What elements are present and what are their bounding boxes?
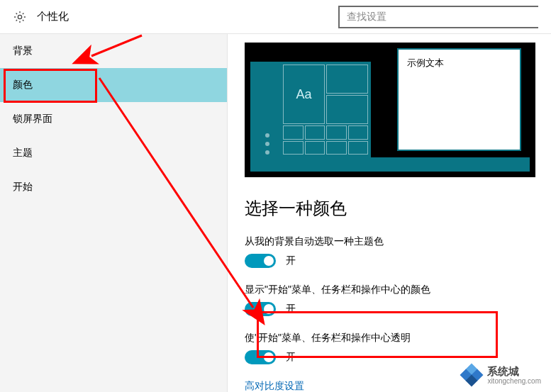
sidebar-item-label: 锁屏界面 (13, 113, 52, 125)
toggle-auto-accent[interactable] (245, 254, 276, 268)
main: 背景 颜色 锁屏界面 主题 开始 Aa 示例文本 (0, 34, 551, 392)
toggle-state-text: 开 (286, 303, 296, 315)
preview-window-text: 示例文本 (407, 57, 444, 68)
sidebar-item-label: 背景 (13, 45, 33, 57)
section-title: 选择一种颜色 (245, 197, 551, 220)
sidebar-item-background[interactable]: 背景 (0, 34, 227, 68)
content: Aa 示例文本 选择一种颜色 从我的背景自动选取一种主题色 开 显示"开始"菜单… (228, 34, 551, 392)
search-placeholder: 查找设置 (347, 11, 386, 23)
watermark-brand: 系统城 (487, 365, 519, 377)
watermark-logo-icon (462, 365, 482, 385)
sidebar: 背景 颜色 锁屏界面 主题 开始 (0, 34, 228, 392)
header: 个性化 查找设置 (0, 0, 551, 34)
setting-label: 从我的背景自动选取一种主题色 (245, 235, 551, 248)
sidebar-item-color[interactable]: 颜色 (0, 68, 227, 102)
preview-window: 示例文本 (397, 48, 521, 151)
setting-auto-accent: 从我的背景自动选取一种主题色 开 (245, 235, 551, 268)
preview-start-menu: Aa (250, 62, 371, 157)
setting-transparency: 使"开始"菜单、任务栏和操作中心透明 开 (245, 332, 551, 364)
sidebar-item-theme[interactable]: 主题 (0, 136, 227, 170)
preview-taskbar (250, 157, 530, 172)
setting-show-color: 显示"开始"菜单、任务栏和操作中心的颜色 开 (245, 284, 551, 316)
setting-label: 使"开始"菜单、任务栏和操作中心透明 (245, 332, 551, 345)
search-input[interactable]: 查找设置 (338, 6, 538, 28)
toggle-state-text: 开 (286, 351, 296, 364)
sidebar-item-label: 颜色 (13, 79, 33, 91)
header-left: 个性化 (13, 10, 69, 24)
sidebar-item-lockscreen[interactable]: 锁屏界面 (0, 102, 227, 136)
watermark-url: xitongcheng.com (487, 377, 541, 385)
svg-point-0 (18, 15, 21, 18)
preview-tile-aa: Aa (283, 65, 325, 124)
watermark: 系统城 xitongcheng.com (462, 365, 541, 385)
sidebar-item-label: 开始 (13, 181, 33, 194)
toggle-show-color[interactable] (245, 302, 276, 316)
color-preview: Aa 示例文本 (245, 43, 535, 177)
gear-icon (13, 10, 27, 24)
setting-label: 显示"开始"菜单、任务栏和操作中心的颜色 (245, 284, 551, 296)
sidebar-item-start[interactable]: 开始 (0, 170, 227, 204)
toggle-state-text: 开 (286, 254, 296, 267)
page-title: 个性化 (37, 10, 69, 23)
sidebar-item-label: 主题 (13, 147, 33, 159)
toggle-transparency[interactable] (245, 350, 276, 364)
